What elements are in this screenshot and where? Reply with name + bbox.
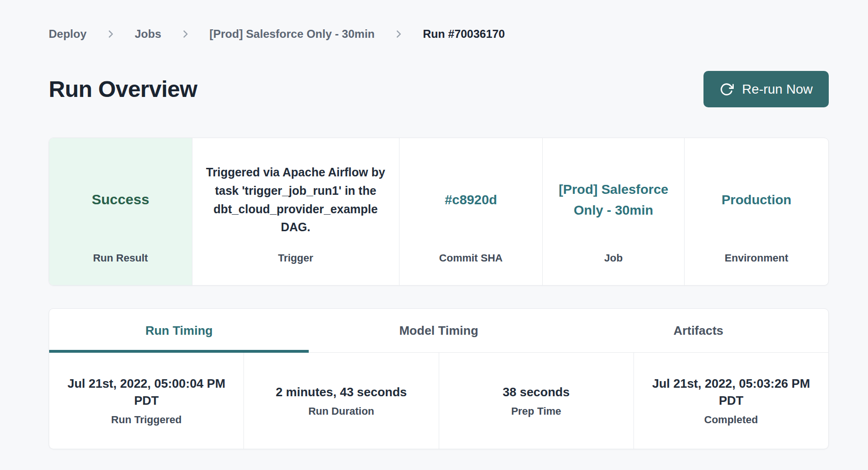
run-result-status-text: Success (92, 189, 149, 211)
trigger-description: Triggered via Apache Airflow by task 'tr… (205, 163, 387, 236)
run-overview-page: Deploy Jobs [Prod] Salesforce Only - 30m… (0, 0, 868, 449)
trigger-cell: Triggered via Apache Airflow by task 'tr… (192, 138, 399, 285)
job-link[interactable]: [Prod] Salesforce Only - 30min (555, 179, 672, 220)
refresh-icon (720, 82, 734, 96)
prep-time-value: 38 seconds (503, 384, 570, 400)
breadcrumb-jobs[interactable]: Jobs (135, 27, 161, 41)
run-summary-card: Success Run Result Triggered via Apache … (49, 138, 829, 286)
run-result-cell: Success Run Result (49, 138, 192, 285)
run-duration-label: Run Duration (308, 405, 374, 418)
commit-sha-label: Commit SHA (439, 252, 503, 264)
breadcrumb: Deploy Jobs [Prod] Salesforce Only - 30m… (49, 27, 829, 41)
completed-label: Completed (704, 414, 758, 426)
job-cell: [Prod] Salesforce Only - 30min Job (542, 138, 684, 285)
page-title: Run Overview (49, 76, 197, 102)
breadcrumb-run-number: Run #70036170 (423, 27, 504, 41)
run-triggered-value: Jul 21st, 2022, 05:00:04 PM PDT (62, 375, 230, 409)
chevron-right-icon (393, 29, 404, 39)
tab-run-timing[interactable]: Run Timing (49, 309, 309, 352)
environment-label: Environment (725, 252, 788, 264)
rerun-now-label: Re-run Now (742, 82, 813, 97)
run-timing-card: Run Timing Model Timing Artifacts Jul 21… (49, 308, 829, 449)
prep-time-cell: 38 seconds Prep Time (439, 353, 634, 449)
run-duration-value: 2 minutes, 43 seconds (276, 384, 407, 400)
commit-sha-link[interactable]: #c8920d (445, 190, 497, 210)
run-triggered-label: Run Triggered (111, 414, 182, 426)
prep-time-label: Prep Time (511, 405, 561, 418)
run-duration-cell: 2 minutes, 43 seconds Run Duration (243, 353, 438, 449)
completed-value: Jul 21st, 2022, 05:03:26 PM PDT (647, 375, 815, 409)
run-timing-row: Jul 21st, 2022, 05:00:04 PM PDT Run Trig… (49, 353, 828, 449)
commit-sha-cell: #c8920d Commit SHA (399, 138, 542, 285)
run-result-label: Run Result (93, 252, 148, 264)
environment-cell: Production Environment (684, 138, 828, 285)
environment-link[interactable]: Production (721, 190, 791, 210)
breadcrumb-job-name[interactable]: [Prod] Salesforce Only - 30min (209, 27, 374, 41)
job-label: Job (604, 252, 623, 264)
chevron-right-icon (180, 29, 191, 39)
breadcrumb-deploy[interactable]: Deploy (49, 27, 87, 41)
header-row: Run Overview Re-run Now (49, 71, 829, 107)
tab-bar: Run Timing Model Timing Artifacts (49, 309, 828, 353)
trigger-label: Trigger (278, 252, 313, 264)
rerun-now-button[interactable]: Re-run Now (703, 71, 829, 107)
run-triggered-cell: Jul 21st, 2022, 05:00:04 PM PDT Run Trig… (49, 353, 243, 449)
chevron-right-icon (105, 29, 116, 39)
tab-model-timing[interactable]: Model Timing (309, 309, 568, 352)
tab-artifacts[interactable]: Artifacts (569, 309, 828, 352)
completed-cell: Jul 21st, 2022, 05:03:26 PM PDT Complete… (634, 353, 828, 449)
